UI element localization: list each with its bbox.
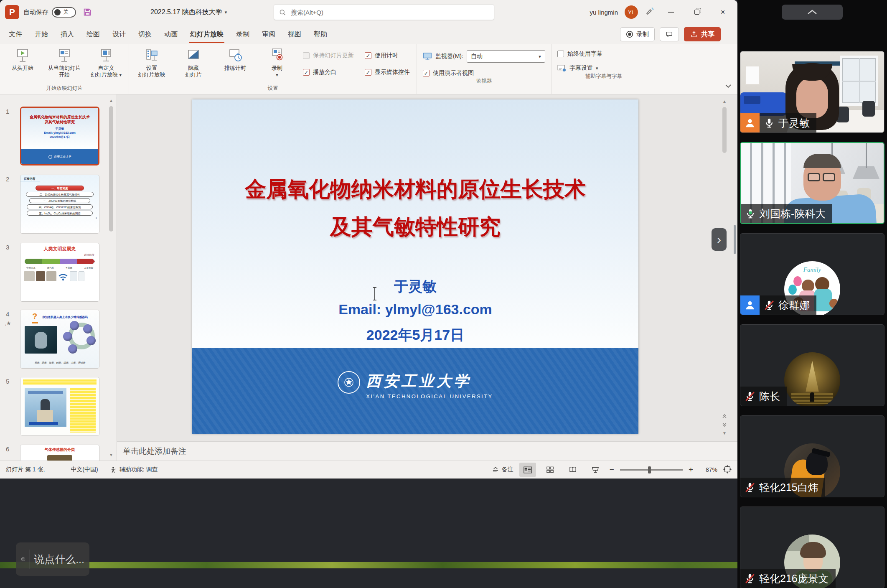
record-presentation-button[interactable]: 录制 bbox=[620, 27, 655, 41]
search-box[interactable] bbox=[274, 4, 494, 20]
normal-view-button[interactable] bbox=[519, 463, 536, 477]
show-media-controls-checkbox[interactable]: ✓显示媒体控件 bbox=[365, 69, 410, 76]
fit-slide-button[interactable] bbox=[723, 465, 732, 475]
comments-button[interactable] bbox=[660, 27, 679, 41]
play-narrations-checkbox[interactable]: ✓播放旁白 bbox=[303, 69, 354, 76]
collapse-ribbon-button[interactable] bbox=[725, 82, 732, 90]
participant-badge bbox=[740, 295, 760, 315]
scrollbar-thumb[interactable] bbox=[109, 106, 113, 232]
tab-label: 审阅 bbox=[261, 26, 276, 43]
tab-insert[interactable]: 插入 bbox=[54, 24, 80, 44]
participant-tile-xuqunna[interactable]: Family 徐群娜 bbox=[740, 233, 884, 315]
slide-canvas[interactable]: 金属氧化物纳米材料的原位生长技术及其气敏特性研究 于灵敏 Email: ylmy… bbox=[117, 94, 737, 441]
button-label: 排练计时 bbox=[224, 65, 246, 71]
scroll-down-button[interactable]: ▼ bbox=[721, 429, 728, 437]
whats-new-button[interactable] bbox=[645, 6, 655, 18]
participant-tile-liuguodong[interactable]: 刘国栋-陕科大 bbox=[740, 142, 884, 224]
use-timings-checkbox[interactable]: ✓使用计时 bbox=[365, 52, 410, 59]
zoom-in-button[interactable]: + bbox=[689, 465, 693, 474]
tab-help[interactable]: 帮助 bbox=[308, 24, 333, 44]
thumbnail-slide-2[interactable]: 汇报内容 一、研究背景 二、ZnO的原位生长及其气敏特性 三、ZnO/石墨烯的原… bbox=[20, 175, 99, 234]
thumbnail-slide-6[interactable]: 气体传感器的分类 bbox=[20, 445, 99, 461]
mini-highlighted-text bbox=[23, 379, 97, 385]
language-indicator[interactable]: 中文(中国) bbox=[71, 466, 98, 473]
slide-date[interactable]: 2022年5月17日 bbox=[192, 326, 638, 345]
tab-record[interactable]: 录制 bbox=[230, 24, 256, 44]
tab-slideshow[interactable]: 幻灯片放映 bbox=[184, 24, 230, 44]
thumbnail-slide-4[interactable]: ? 你知道机器人身上有多少种传感器吗 视觉、听觉、味觉、触觉、温觉、力觉、滑动觉 bbox=[20, 310, 99, 369]
emoji-smiley-icon[interactable] bbox=[21, 551, 25, 567]
share-button[interactable]: 共享 bbox=[684, 27, 721, 41]
slide-title[interactable]: 金属氧化物纳米材料的原位生长技术及其气敏特性研究 bbox=[192, 171, 638, 246]
close-button[interactable]: × bbox=[713, 4, 732, 20]
monitor-dropdown[interactable]: 自动 ▾ bbox=[467, 50, 545, 63]
rehearse-timings-button[interactable]: 排练计时 bbox=[215, 46, 255, 71]
user-avatar[interactable]: YL bbox=[625, 5, 638, 19]
restore-button[interactable] bbox=[687, 4, 707, 20]
custom-slideshow-button[interactable]: 自定义幻灯片放映 ▾ bbox=[86, 46, 126, 78]
panel-drag-handle[interactable] bbox=[734, 225, 736, 254]
tab-draw[interactable]: 绘图 bbox=[80, 24, 106, 44]
autosave-toggle[interactable]: 关 bbox=[52, 7, 76, 18]
zoom-out-button[interactable]: − bbox=[610, 465, 614, 474]
scroll-up-button[interactable]: ▲ bbox=[721, 97, 728, 105]
panel-collapse-button[interactable] bbox=[782, 5, 843, 20]
previous-slide-button[interactable] bbox=[721, 412, 728, 420]
notes-toggle-button[interactable]: 备注 bbox=[492, 466, 513, 473]
button-label: 从当前幻灯片开始 bbox=[48, 65, 81, 78]
chat-input-placeholder[interactable]: 说点什么... bbox=[34, 552, 84, 566]
hide-slide-button[interactable]: 隐藏幻灯片 bbox=[173, 46, 213, 78]
notes-pane[interactable]: 单击此处添加备注 bbox=[117, 441, 737, 461]
tab-animations[interactable]: 动画 bbox=[158, 24, 184, 44]
current-slide[interactable]: 金属氧化物纳米材料的原位生长技术及其气敏特性研究 于灵敏 Email: ylmy… bbox=[192, 99, 638, 434]
caption-settings-button[interactable]: 字幕设置 ▾ bbox=[557, 64, 598, 72]
scroll-up-button[interactable]: ▲ bbox=[107, 96, 115, 104]
slideshow-view-button[interactable] bbox=[587, 463, 604, 477]
document-title[interactable]: 2022.5.17 陕西科技大学 ▾ bbox=[150, 8, 227, 17]
next-slide-button[interactable] bbox=[721, 420, 728, 429]
checkbox-label: 显示媒体控件 bbox=[375, 69, 410, 76]
tab-review[interactable]: 审阅 bbox=[256, 24, 282, 44]
monitor-icon bbox=[423, 52, 432, 61]
keep-slides-updated-checkbox[interactable]: 保持幻灯片更新 bbox=[303, 52, 354, 59]
setup-slideshow-button[interactable]: 设置幻灯片放映 bbox=[132, 46, 172, 78]
zoom-slider-handle[interactable] bbox=[648, 466, 651, 473]
thumbnail-slide-3[interactable]: 人类文明发展史 四大阶段 劳动工具 蒸汽机 互联网 人工智能 bbox=[20, 243, 99, 302]
slide-email[interactable]: Email: ylmyl@163.com bbox=[192, 301, 638, 318]
record-slideshow-button[interactable]: 录制▾ bbox=[257, 46, 297, 78]
thumbnail-slide-1[interactable]: 金属氧化物纳米材料的原位生长技术及其气敏特性研究 于灵敏Email: ylmyl… bbox=[20, 107, 99, 165]
tab-home[interactable]: 开始 bbox=[28, 24, 54, 44]
tab-file[interactable]: 文件 bbox=[3, 24, 28, 44]
thumbnail-scrollbar[interactable]: ▲ ▼ bbox=[107, 96, 115, 459]
save-button[interactable] bbox=[80, 5, 94, 19]
scroll-down-button[interactable]: ▼ bbox=[107, 451, 115, 459]
accessibility-status[interactable]: 辅助功能: 调查 bbox=[110, 466, 158, 473]
meeting-panel-expand-button[interactable]: › bbox=[712, 228, 727, 251]
meeting-chat-toast[interactable]: 说点什么... bbox=[16, 542, 89, 576]
chevron-right-icon: › bbox=[717, 232, 721, 247]
tab-view[interactable]: 视图 bbox=[282, 24, 308, 44]
from-current-slide-button[interactable]: 从当前幻灯片开始 bbox=[44, 46, 84, 78]
slide-author[interactable]: 于灵敏 bbox=[192, 277, 638, 296]
reading-view-button[interactable] bbox=[564, 463, 581, 477]
zoom-level[interactable]: 87% bbox=[699, 466, 717, 473]
always-use-captions-checkbox[interactable]: 始终使用字幕 bbox=[557, 50, 602, 58]
button-label: 从头开始 bbox=[12, 65, 33, 71]
minimize-button[interactable] bbox=[661, 4, 681, 20]
participant-tile-baiwei[interactable]: 轻化215白炜 bbox=[740, 415, 884, 497]
scrollbar-thumb[interactable] bbox=[722, 107, 727, 153]
from-beginning-button[interactable]: 从头开始 bbox=[3, 46, 43, 71]
mini-photo-caption bbox=[29, 422, 58, 425]
thumbnail-slide-5[interactable] bbox=[20, 377, 99, 436]
notes-icon bbox=[492, 467, 499, 473]
slide-sorter-view-button[interactable] bbox=[542, 463, 559, 477]
tab-transitions[interactable]: 切换 bbox=[132, 24, 158, 44]
editor-scrollbar[interactable]: ▲ ▼ bbox=[721, 97, 728, 437]
use-presenter-view-checkbox[interactable]: ✓使用演示者视图 bbox=[423, 69, 474, 77]
participant-tile-pangjingwen[interactable]: 轻化216庞景文 bbox=[740, 507, 884, 588]
tab-design[interactable]: 设计 bbox=[106, 24, 132, 44]
search-input[interactable] bbox=[290, 8, 489, 16]
participant-tile-chenchang[interactable]: 陈长 bbox=[740, 324, 884, 406]
participant-tile-yulingmin[interactable]: 于灵敏 bbox=[740, 51, 884, 133]
zoom-slider[interactable] bbox=[620, 469, 683, 471]
